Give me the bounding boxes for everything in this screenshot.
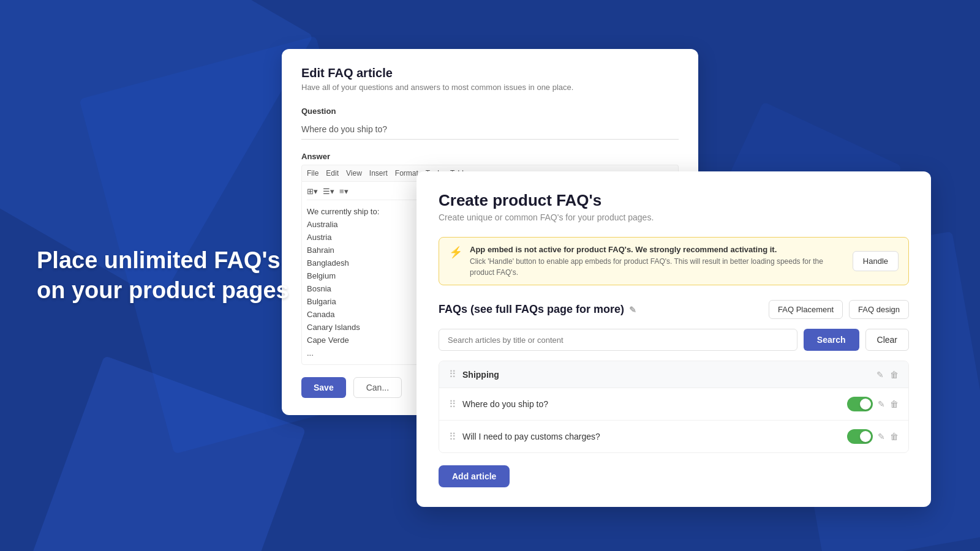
toolbar-view[interactable]: View	[346, 169, 362, 178]
faq-design-button[interactable]: FAQ design	[849, 300, 909, 319]
create-faq-title: Create product FAQ's	[439, 191, 909, 210]
item-delete-icon-2[interactable]: 🗑	[890, 432, 899, 441]
faq-item-2: ⠿ Will I need to pay customs charges? ✎ …	[439, 421, 908, 452]
toolbar-edit[interactable]: Edit	[326, 169, 339, 178]
faq-toggle-1[interactable]	[847, 397, 873, 411]
save-button[interactable]: Save	[301, 377, 346, 398]
warning-icon: ⚡	[449, 246, 462, 259]
toolbar-insert[interactable]: Insert	[369, 169, 388, 178]
create-faq-card: Create product FAQ's Create unique or co…	[417, 171, 931, 507]
warning-text: App embed is not active for product FAQ'…	[470, 245, 845, 277]
warning-detail: Click 'Handle' button to enable app embe…	[470, 257, 823, 277]
add-article-button[interactable]: Add article	[439, 465, 510, 487]
faqs-actions: FAQ Placement FAQ design	[769, 300, 909, 319]
faq-item-name-1: Where do you ship to?	[462, 399, 841, 409]
faq-title-edit-icon[interactable]: ✎	[629, 305, 636, 315]
edit-faq-title: Edit FAQ article	[301, 66, 679, 80]
faqs-title: FAQs (see full FAQs page for more) ✎	[439, 303, 636, 316]
item-edit-icon-1[interactable]: ✎	[878, 399, 885, 409]
item-drag-handle-1[interactable]: ⠿	[449, 399, 456, 410]
faqs-title-text: FAQs (see full FAQs page for more)	[439, 303, 624, 316]
group-delete-icon[interactable]: 🗑	[890, 370, 899, 380]
warning-banner: ⚡ App embed is not active for product FA…	[439, 237, 909, 285]
search-bar: Search Clear	[439, 329, 909, 351]
faq-group-shipping: ⠿ Shipping ✎ 🗑	[439, 361, 908, 388]
faq-item-actions-2: ✎ 🗑	[847, 429, 899, 444]
edit-faq-subtitle: Have all of your questions and answers t…	[301, 83, 679, 92]
faq-list: ⠿ Shipping ✎ 🗑 ⠿ Where do you ship to? ✎…	[439, 361, 909, 453]
faq-placement-button[interactable]: FAQ Placement	[769, 300, 843, 319]
faq-toggle-2[interactable]	[847, 429, 873, 444]
item-edit-icon-2[interactable]: ✎	[878, 432, 885, 441]
toolbar-file[interactable]: File	[307, 169, 318, 178]
group-edit-icon[interactable]: ✎	[876, 370, 884, 380]
faqs-header: FAQs (see full FAQs page for more) ✎ FAQ…	[439, 300, 909, 319]
item-delete-icon-1[interactable]: 🗑	[890, 399, 899, 409]
faq-item-name-2: Will I need to pay customs charges?	[462, 432, 841, 441]
faq-item-actions-1: ✎ 🗑	[847, 397, 899, 411]
question-label: Question	[301, 107, 679, 116]
toolbar-format[interactable]: Format	[395, 169, 418, 178]
answer-label: Answer	[301, 152, 679, 161]
group-drag-handle[interactable]: ⠿	[449, 369, 456, 380]
cancel-button[interactable]: Can...	[353, 377, 402, 398]
hero-line2: on your product pages	[37, 277, 289, 303]
item-drag-handle-2[interactable]: ⠿	[449, 431, 456, 443]
hero-text: Place unlimited FAQ's on your product pa…	[37, 246, 289, 306]
tb-table-icon[interactable]: ⊞▾	[307, 187, 318, 196]
hero-line1: Place unlimited FAQ's	[37, 247, 281, 273]
clear-button[interactable]: Clear	[865, 329, 909, 351]
faq-item-1: ⠿ Where do you ship to? ✎ 🗑	[439, 388, 908, 421]
faq-group-name: Shipping	[462, 370, 870, 380]
warning-strong: App embed is not active for product FAQ'…	[470, 245, 845, 254]
handle-button[interactable]: Handle	[853, 251, 899, 271]
search-input[interactable]	[439, 329, 797, 351]
tb-list-icon[interactable]: ☰▾	[323, 187, 334, 196]
tb-numlist-icon[interactable]: ≡▾	[339, 187, 349, 196]
cards-area: Edit FAQ article Have all of your questi…	[282, 49, 956, 514]
question-input[interactable]	[301, 119, 679, 140]
search-button[interactable]: Search	[804, 329, 859, 351]
create-faq-subtitle: Create unique or common FAQ's for your p…	[439, 212, 909, 222]
